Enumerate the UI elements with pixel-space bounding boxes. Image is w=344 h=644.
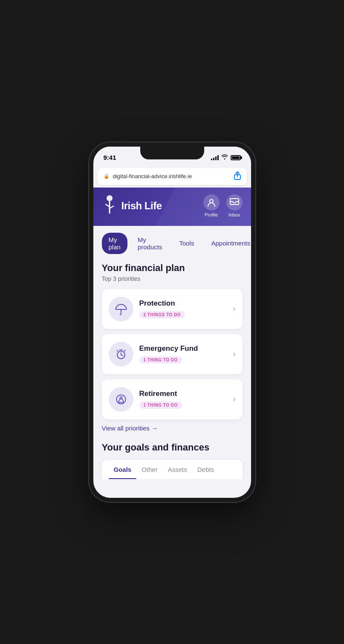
umbrella-icon [114,302,128,316]
goals-card: Goals Other Assets Debts First Home €2 [102,460,243,479]
retirement-name: Retirement [139,390,227,398]
inbox-button[interactable]: Inbox [226,194,243,217]
header-actions: Profile Inbox [203,194,243,217]
retirement-info: Retirement 1 THING TO DO [139,390,227,409]
status-icons [211,154,241,161]
retirement-icon-wrap [109,387,133,412]
emergency-info: Emergency Fund 1 THING TO DO [139,344,227,364]
inbox-label: Inbox [228,212,240,217]
financial-plan-title: Your financial plan [102,263,243,274]
share-button[interactable] [234,171,241,182]
logo-text: Irish Life [121,200,162,212]
alarm-icon [114,347,128,361]
protection-icon-wrap [109,297,133,321]
inbox-icon [226,194,243,211]
logo-area: Irish Life [102,195,162,217]
goals-tab-debts[interactable]: Debts [192,460,219,479]
financial-plan-subtitle: Top 3 priorities [102,275,243,282]
emergency-name: Emergency Fund [139,344,227,353]
priority-card-retirement[interactable]: Retirement 1 THING TO DO › [102,379,243,419]
goals-section-title: Your goals and finances [102,442,243,453]
view-all-priorities-link[interactable]: View all priorities → [102,425,243,432]
protection-chevron: › [233,304,236,313]
priority-card-protection[interactable]: Protection 2 THINGS TO DO › [102,289,243,329]
lock-icon: 🔒 [104,173,110,179]
browser-bar[interactable]: 🔒 digital-financial-advice.irishlife.ie [98,168,247,185]
battery-icon [231,155,241,160]
main-content: Your financial plan Top 3 priorities Pro… [93,254,251,479]
phone-frame: 9:41 🔒 digital-financial-advice.irishlif… [89,142,255,502]
retirement-icon [114,393,128,406]
tab-my-plan[interactable]: My plan [102,233,127,254]
svg-point-1 [107,195,113,201]
nav-tabs: My plan My products Tools Appointments [93,226,251,254]
browser-url: digital-financial-advice.irishlife.ie [113,173,231,179]
priority-card-emergency[interactable]: Emergency Fund 1 THING TO DO › [102,334,243,374]
status-time: 9:41 [104,154,116,161]
protection-name: Protection [139,299,227,308]
signal-icon [211,155,219,160]
phone-content[interactable]: 🔒 digital-financial-advice.irishlife.ie [93,165,251,479]
wifi-icon [221,154,228,161]
goals-tab-goals[interactable]: Goals [109,460,137,479]
logo-icon [102,195,117,217]
tab-appointments[interactable]: Appointments [204,236,251,250]
emergency-badge: 1 THING TO DO [139,356,182,364]
phone-notch [140,147,204,159]
tab-tools[interactable]: Tools [172,236,201,250]
app-header: Irish Life Profile [93,188,251,226]
retirement-chevron: › [233,395,236,404]
protection-badge: 2 THINGS TO DO [139,311,185,318]
retirement-badge: 1 THING TO DO [139,401,182,409]
goals-tab-assets[interactable]: Assets [163,460,192,479]
profile-icon [203,194,220,211]
emergency-chevron: › [233,349,236,358]
goals-tab-other[interactable]: Other [136,460,163,479]
svg-point-14 [120,396,122,399]
goals-tabs: Goals Other Assets Debts [102,460,243,479]
profile-button[interactable]: Profile [203,194,220,217]
profile-label: Profile [205,212,218,217]
protection-info: Protection 2 THINGS TO DO [139,299,227,318]
emergency-icon-wrap [109,342,133,367]
tab-my-products[interactable]: My products [131,233,169,254]
svg-point-5 [210,199,213,203]
svg-line-11 [121,355,123,355]
